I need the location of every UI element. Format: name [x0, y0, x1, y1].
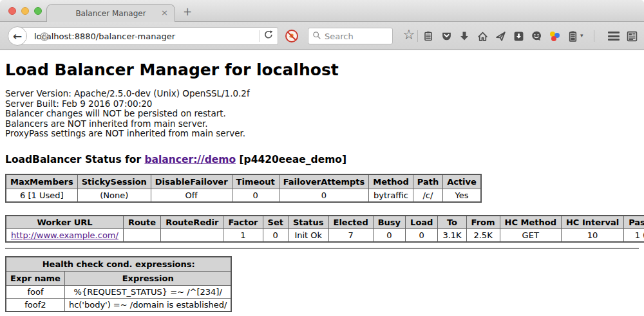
cell-to: 3.1K	[438, 228, 466, 242]
cell-busy: 0	[373, 228, 405, 242]
url-path: :8880/balancer-manager	[71, 32, 175, 41]
page-content: Load Balancer Manager for localhost Serv…	[0, 51, 644, 316]
balancer-summary-table: MaxMembers StickySession DisableFailover…	[5, 174, 482, 203]
page-title: Load Balancer Manager for localhost	[5, 60, 639, 79]
search-input[interactable]	[325, 32, 386, 41]
proxypass-notice-line: ProxyPass settings are NOT inherited fro…	[5, 129, 639, 139]
send-plane-icon[interactable]	[495, 30, 506, 42]
column-header: Status	[288, 216, 328, 229]
column-header: Expression	[64, 271, 231, 285]
table-row: foof2 hc('body') =~ /domain is establish…	[6, 298, 231, 311]
cell-routeredir	[161, 228, 223, 242]
section-divider	[5, 248, 639, 249]
colored-dots	[549, 31, 560, 41]
column-header: Timeout	[232, 174, 279, 189]
health-check-table: Health check cond. expressions: Expr nam…	[5, 256, 232, 312]
tab-close-icon[interactable]: ×	[161, 8, 168, 18]
worker-table: Worker URL Route RouteRedir Factor Set S…	[5, 215, 644, 243]
cell-factor: 1	[223, 228, 263, 242]
table-header-row: Worker URL Route RouteRedir Factor Set S…	[6, 216, 644, 229]
archive-battery-icon[interactable]	[567, 30, 578, 42]
search-box[interactable]	[308, 28, 393, 44]
persist-notice-line: Balancer changes will NOT be persisted o…	[5, 109, 639, 119]
cell-failoverattempts: 0	[279, 189, 369, 202]
forum-smiley-icon[interactable]	[531, 30, 542, 42]
cell-from: 2.5K	[466, 228, 500, 242]
cell-disablefailover: Off	[151, 189, 232, 202]
balancer-demo-link[interactable]: balancer://demo	[144, 154, 236, 165]
home-icon[interactable]	[477, 30, 488, 42]
bookmark-star-icon[interactable]: ☆	[403, 29, 415, 41]
column-header: StickySession	[77, 174, 151, 189]
column-header: Elected	[328, 216, 373, 229]
cell-expr-name: foof	[6, 285, 64, 298]
cell-expression: %{REQUEST_STATUS} =~ /^[234]/	[64, 285, 231, 298]
worker-url-link[interactable]: http://www.example.com/	[11, 230, 118, 240]
url-text[interactable]: localhost:8880/balancer-manager	[34, 32, 175, 41]
column-header: Load	[406, 216, 438, 229]
reload-icon[interactable]	[260, 30, 278, 42]
download-panel-icon[interactable]	[513, 30, 524, 42]
cell-elected: 7	[328, 228, 373, 242]
column-header: MaxMembers	[6, 174, 77, 189]
column-header: Worker URL	[6, 216, 123, 229]
pages-grid-icon[interactable]	[626, 30, 638, 42]
back-button[interactable]: ←	[8, 26, 27, 46]
column-header: To	[438, 216, 466, 229]
cell-set: 0	[263, 228, 288, 242]
table-header-row: MaxMembers StickySession DisableFailover…	[6, 174, 481, 189]
column-header: Factor	[223, 216, 263, 229]
status-suffix: [p4420eeae_demo]	[236, 154, 346, 165]
column-header: Set	[263, 216, 288, 229]
cell-status: Init Ok	[288, 228, 328, 242]
cell-expression: hc('body') =~ /domain is established/	[64, 298, 231, 311]
downloads-icon[interactable]	[459, 30, 470, 42]
balancer-status-heading: LoadBalancer Status for balancer://demo …	[5, 154, 639, 165]
column-header: Passes	[624, 216, 644, 229]
pocket-icon[interactable]	[440, 30, 452, 42]
column-header: HC Interval	[561, 216, 623, 229]
cell-path: /c/	[413, 189, 442, 202]
table-row: http://www.example.com/ 1 0 Init Ok 7 0 …	[6, 228, 644, 242]
cell-active: Yes	[443, 189, 481, 202]
column-header: Expr name	[6, 271, 64, 285]
inherit-notice-line: Balancers are NOT inherited from main se…	[5, 119, 639, 129]
column-header: From	[466, 216, 500, 229]
new-tab-button[interactable]: +	[180, 5, 194, 18]
title-bar: Balancer Manager × +	[0, 0, 644, 22]
column-header: FailoverAttempts	[279, 174, 369, 189]
back-icon: ←	[13, 30, 22, 42]
cell-expr-name: foof2	[6, 298, 64, 311]
cell-load: 0	[406, 228, 438, 242]
column-header: Path	[413, 174, 442, 189]
colored-dots-icon[interactable]	[549, 30, 560, 42]
tab-balancer-manager[interactable]: Balancer Manager ×	[46, 4, 175, 22]
url-bar[interactable]: localhost:8880/balancer-manager	[18, 27, 278, 45]
plugin-blocked-icon[interactable]	[285, 29, 299, 43]
zoom-window-button[interactable]	[34, 7, 42, 15]
table-row: 6 [1 Used] (None) Off 0 0 bytraffic /c/ …	[6, 189, 481, 202]
toolbar-divider	[417, 30, 418, 42]
minimize-window-button[interactable]	[21, 7, 29, 15]
column-header: RouteRedir	[161, 216, 223, 229]
cell-hc-interval: 10	[561, 228, 623, 242]
cell-route	[123, 228, 160, 242]
health-table-title: Health check cond. expressions:	[6, 257, 231, 272]
toolbar-divider	[594, 30, 594, 42]
clipboard-icon[interactable]	[422, 30, 434, 42]
cell-method: bytraffic	[369, 189, 413, 202]
cell-passes: 1 (0)	[624, 228, 644, 242]
close-window-button[interactable]	[8, 7, 16, 15]
column-header: Busy	[373, 216, 405, 229]
tab-title: Balancer Manager	[75, 9, 146, 18]
column-header: HC Method	[500, 216, 561, 229]
column-header: DisableFailover	[151, 174, 232, 189]
globe-icon	[39, 32, 50, 44]
cell-worker-url: http://www.example.com/	[6, 228, 123, 242]
browser-window: Balancer Manager × + ← localhost:8880/ba…	[0, 0, 644, 316]
chevron-down-icon[interactable]: ▾	[580, 32, 583, 39]
table-title-row: Health check cond. expressions:	[6, 257, 231, 272]
column-header: Method	[369, 174, 413, 189]
menu-hamburger-icon[interactable]	[608, 32, 620, 41]
column-header: Active	[443, 174, 481, 189]
